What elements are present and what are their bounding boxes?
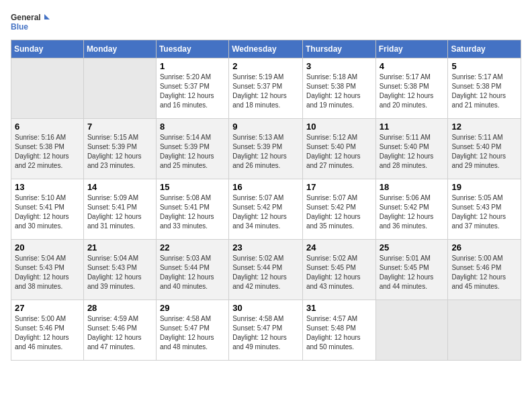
calendar-cell: 29Sunrise: 4:58 AM Sunset: 5:47 PM Dayli… <box>156 300 228 361</box>
day-content: Sunrise: 4:57 AM Sunset: 5:48 PM Dayligh… <box>306 314 372 352</box>
day-content: Sunrise: 5:02 AM Sunset: 5:45 PM Dayligh… <box>306 254 372 291</box>
calendar-cell: 25Sunrise: 5:01 AM Sunset: 5:45 PM Dayli… <box>375 240 448 300</box>
day-number: 10 <box>306 122 372 132</box>
day-number: 4 <box>380 61 445 71</box>
calendar-cell: 14Sunrise: 5:09 AM Sunset: 5:41 PM Dayli… <box>83 179 156 240</box>
calendar-week-1: 1Sunrise: 5:20 AM Sunset: 5:37 PM Daylig… <box>11 58 521 119</box>
calendar-cell: 17Sunrise: 5:07 AM Sunset: 5:42 PM Dayli… <box>302 179 375 240</box>
calendar-cell: 6Sunrise: 5:16 AM Sunset: 5:38 PM Daylig… <box>11 119 84 179</box>
day-number: 17 <box>306 182 372 192</box>
calendar-cell: 11Sunrise: 5:11 AM Sunset: 5:40 PM Dayli… <box>375 119 448 179</box>
day-number: 19 <box>451 182 517 192</box>
logo: General Blue <box>11 11 51 34</box>
calendar-cell <box>448 300 521 361</box>
calendar-cell <box>83 58 156 119</box>
day-content: Sunrise: 5:20 AM Sunset: 5:37 PM Dayligh… <box>160 73 225 110</box>
day-number: 11 <box>380 122 445 132</box>
day-number: 27 <box>15 303 80 313</box>
day-content: Sunrise: 5:12 AM Sunset: 5:40 PM Dayligh… <box>306 133 372 171</box>
day-number: 25 <box>380 242 445 253</box>
calendar-cell: 19Sunrise: 5:05 AM Sunset: 5:43 PM Dayli… <box>448 179 521 240</box>
calendar-cell: 16Sunrise: 5:07 AM Sunset: 5:42 PM Dayli… <box>229 179 303 240</box>
day-content: Sunrise: 5:13 AM Sunset: 5:39 PM Dayligh… <box>232 133 299 171</box>
day-content: Sunrise: 4:58 AM Sunset: 5:47 PM Dayligh… <box>160 314 225 352</box>
day-number: 5 <box>451 61 517 71</box>
day-content: Sunrise: 5:11 AM Sunset: 5:40 PM Dayligh… <box>380 133 445 171</box>
day-header-friday: Friday <box>375 40 448 58</box>
day-header-saturday: Saturday <box>448 40 521 58</box>
calendar-cell: 31Sunrise: 4:57 AM Sunset: 5:48 PM Dayli… <box>302 300 375 361</box>
calendar-cell: 18Sunrise: 5:06 AM Sunset: 5:42 PM Dayli… <box>375 179 448 240</box>
day-content: Sunrise: 5:19 AM Sunset: 5:37 PM Dayligh… <box>232 73 299 110</box>
day-content: Sunrise: 5:02 AM Sunset: 5:44 PM Dayligh… <box>232 254 299 291</box>
day-number: 21 <box>87 242 152 253</box>
calendar-week-3: 13Sunrise: 5:10 AM Sunset: 5:41 PM Dayli… <box>11 179 521 240</box>
day-content: Sunrise: 5:07 AM Sunset: 5:42 PM Dayligh… <box>306 193 372 231</box>
day-number: 3 <box>306 61 372 71</box>
day-number: 2 <box>232 61 299 71</box>
day-content: Sunrise: 5:06 AM Sunset: 5:42 PM Dayligh… <box>380 193 445 231</box>
day-content: Sunrise: 5:17 AM Sunset: 5:38 PM Dayligh… <box>380 73 445 110</box>
generalblue-logo: General Blue <box>11 11 51 34</box>
day-content: Sunrise: 5:14 AM Sunset: 5:39 PM Dayligh… <box>160 133 225 171</box>
day-content: Sunrise: 5:09 AM Sunset: 5:41 PM Dayligh… <box>87 193 152 231</box>
calendar-cell: 1Sunrise: 5:20 AM Sunset: 5:37 PM Daylig… <box>156 58 228 119</box>
calendar-cell: 23Sunrise: 5:02 AM Sunset: 5:44 PM Dayli… <box>229 240 303 300</box>
day-content: Sunrise: 5:01 AM Sunset: 5:45 PM Dayligh… <box>380 254 445 291</box>
svg-marker-2 <box>44 14 50 19</box>
day-number: 28 <box>87 303 152 313</box>
calendar-cell: 4Sunrise: 5:17 AM Sunset: 5:38 PM Daylig… <box>375 58 448 119</box>
page-header: General Blue <box>11 11 521 34</box>
calendar-table: SundayMondayTuesdayWednesdayThursdayFrid… <box>11 40 521 361</box>
calendar-week-5: 27Sunrise: 5:00 AM Sunset: 5:46 PM Dayli… <box>11 300 521 361</box>
day-content: Sunrise: 5:11 AM Sunset: 5:40 PM Dayligh… <box>451 133 517 171</box>
day-content: Sunrise: 4:58 AM Sunset: 5:47 PM Dayligh… <box>232 314 299 352</box>
day-number: 6 <box>15 122 80 132</box>
day-content: Sunrise: 5:15 AM Sunset: 5:39 PM Dayligh… <box>87 133 152 171</box>
calendar-cell: 30Sunrise: 4:58 AM Sunset: 5:47 PM Dayli… <box>229 300 303 361</box>
day-header-sunday: Sunday <box>11 40 84 58</box>
calendar-cell: 8Sunrise: 5:14 AM Sunset: 5:39 PM Daylig… <box>156 119 228 179</box>
day-content: Sunrise: 5:07 AM Sunset: 5:42 PM Dayligh… <box>232 193 299 231</box>
day-content: Sunrise: 5:00 AM Sunset: 5:46 PM Dayligh… <box>15 314 80 352</box>
day-header-thursday: Thursday <box>302 40 375 58</box>
day-number: 7 <box>87 122 152 132</box>
day-number: 22 <box>160 242 225 253</box>
day-number: 13 <box>15 182 80 192</box>
day-number: 23 <box>232 242 299 253</box>
calendar-cell <box>11 58 84 119</box>
calendar-week-4: 20Sunrise: 5:04 AM Sunset: 5:43 PM Dayli… <box>11 240 521 300</box>
day-number: 9 <box>232 122 299 132</box>
calendar-cell: 3Sunrise: 5:18 AM Sunset: 5:38 PM Daylig… <box>302 58 375 119</box>
calendar-cell: 26Sunrise: 5:00 AM Sunset: 5:46 PM Dayli… <box>448 240 521 300</box>
day-number: 14 <box>87 182 152 192</box>
calendar-cell: 10Sunrise: 5:12 AM Sunset: 5:40 PM Dayli… <box>302 119 375 179</box>
calendar-cell: 22Sunrise: 5:03 AM Sunset: 5:44 PM Dayli… <box>156 240 228 300</box>
day-number: 24 <box>306 242 372 253</box>
calendar-cell: 27Sunrise: 5:00 AM Sunset: 5:46 PM Dayli… <box>11 300 84 361</box>
day-content: Sunrise: 5:05 AM Sunset: 5:43 PM Dayligh… <box>451 193 517 231</box>
calendar-cell: 21Sunrise: 5:04 AM Sunset: 5:43 PM Dayli… <box>83 240 156 300</box>
day-number: 16 <box>232 182 299 192</box>
day-number: 31 <box>306 303 372 313</box>
day-content: Sunrise: 4:59 AM Sunset: 5:46 PM Dayligh… <box>87 314 152 352</box>
day-content: Sunrise: 5:16 AM Sunset: 5:38 PM Dayligh… <box>15 133 80 171</box>
calendar-cell: 7Sunrise: 5:15 AM Sunset: 5:39 PM Daylig… <box>83 119 156 179</box>
day-content: Sunrise: 5:04 AM Sunset: 5:43 PM Dayligh… <box>87 254 152 291</box>
day-content: Sunrise: 5:04 AM Sunset: 5:43 PM Dayligh… <box>15 254 80 291</box>
svg-text:General: General <box>11 13 41 22</box>
day-number: 29 <box>160 303 225 313</box>
day-content: Sunrise: 5:18 AM Sunset: 5:38 PM Dayligh… <box>306 73 372 110</box>
day-number: 30 <box>232 303 299 313</box>
day-number: 18 <box>380 182 445 192</box>
calendar-cell: 20Sunrise: 5:04 AM Sunset: 5:43 PM Dayli… <box>11 240 84 300</box>
svg-text:Blue: Blue <box>11 22 28 32</box>
day-number: 20 <box>15 242 80 253</box>
calendar-cell <box>375 300 448 361</box>
calendar-cell: 15Sunrise: 5:08 AM Sunset: 5:41 PM Dayli… <box>156 179 228 240</box>
day-number: 1 <box>160 61 225 71</box>
day-content: Sunrise: 5:17 AM Sunset: 5:38 PM Dayligh… <box>451 73 517 110</box>
day-header-monday: Monday <box>83 40 156 58</box>
day-number: 12 <box>451 122 517 132</box>
calendar-cell: 28Sunrise: 4:59 AM Sunset: 5:46 PM Dayli… <box>83 300 156 361</box>
